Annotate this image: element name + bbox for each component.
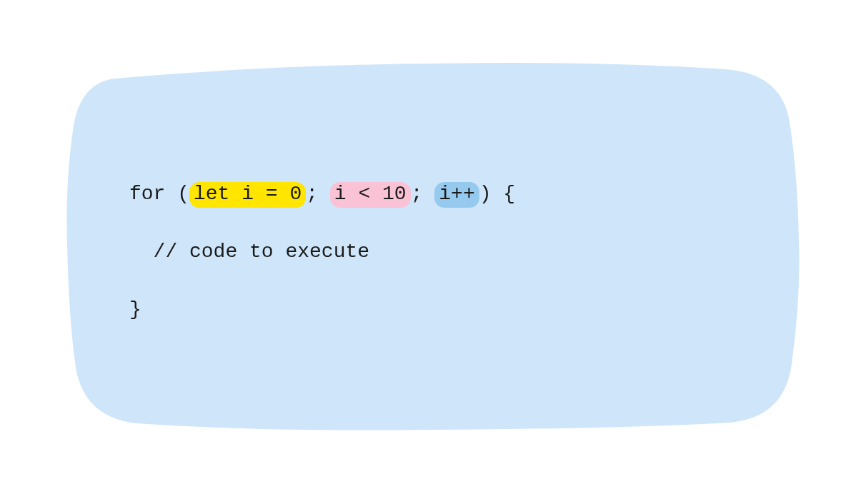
increment-highlight: i++ (434, 182, 479, 208)
open-brace: ) { (479, 183, 515, 205)
for-keyword: for ( (129, 183, 189, 205)
semi-1: ; (306, 183, 330, 205)
code-line-2: // code to execute (129, 238, 515, 266)
semi-2: ; (411, 183, 435, 205)
condition-highlight: i < 10 (330, 182, 411, 208)
code-snippet: for (let i = 0; i < 10; i++) { // code t… (129, 180, 515, 324)
code-diagram-container: for (let i = 0; i < 10; i++) { // code t… (61, 54, 805, 432)
code-line-3: } (129, 296, 515, 323)
code-line-1: for (let i = 0; i < 10; i++) { (129, 180, 515, 208)
init-highlight: let i = 0 (189, 182, 306, 208)
